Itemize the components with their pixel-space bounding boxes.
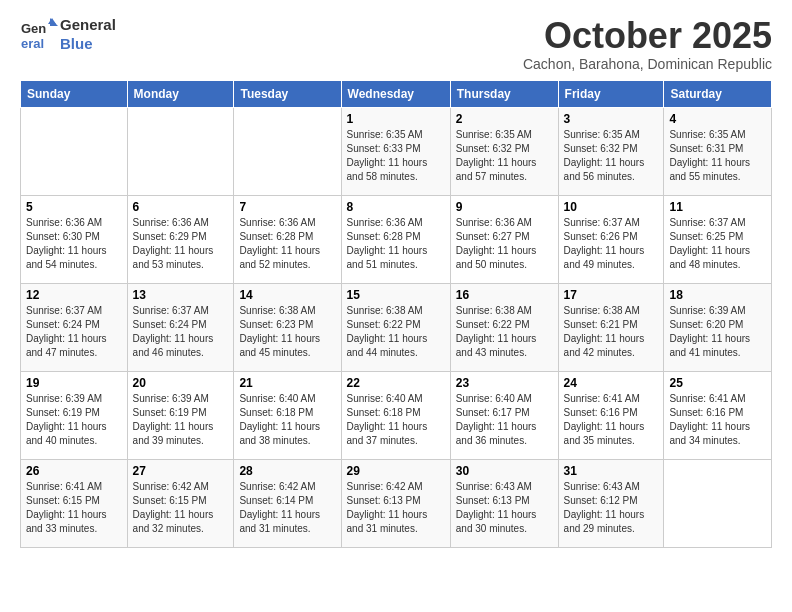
week-row-1: 1Sunrise: 6:35 AM Sunset: 6:33 PM Daylig… [21,107,772,195]
day-number: 5 [26,200,122,214]
calendar-cell: 19Sunrise: 6:39 AM Sunset: 6:19 PM Dayli… [21,371,128,459]
day-info: Sunrise: 6:35 AM Sunset: 6:31 PM Dayligh… [669,128,766,184]
day-number: 15 [347,288,445,302]
day-info: Sunrise: 6:36 AM Sunset: 6:28 PM Dayligh… [347,216,445,272]
day-number: 31 [564,464,659,478]
day-number: 7 [239,200,335,214]
calendar-cell: 27Sunrise: 6:42 AM Sunset: 6:15 PM Dayli… [127,459,234,547]
calendar-cell: 8Sunrise: 6:36 AM Sunset: 6:28 PM Daylig… [341,195,450,283]
day-number: 25 [669,376,766,390]
calendar-cell: 18Sunrise: 6:39 AM Sunset: 6:20 PM Dayli… [664,283,772,371]
day-info: Sunrise: 6:38 AM Sunset: 6:23 PM Dayligh… [239,304,335,360]
day-number: 6 [133,200,229,214]
day-number: 20 [133,376,229,390]
day-number: 13 [133,288,229,302]
day-number: 14 [239,288,335,302]
day-info: Sunrise: 6:36 AM Sunset: 6:28 PM Dayligh… [239,216,335,272]
header-day-saturday: Saturday [664,80,772,107]
header-day-tuesday: Tuesday [234,80,341,107]
calendar-cell: 21Sunrise: 6:40 AM Sunset: 6:18 PM Dayli… [234,371,341,459]
day-number: 2 [456,112,553,126]
calendar-table: SundayMondayTuesdayWednesdayThursdayFrid… [20,80,772,548]
calendar-cell: 6Sunrise: 6:36 AM Sunset: 6:29 PM Daylig… [127,195,234,283]
day-info: Sunrise: 6:37 AM Sunset: 6:25 PM Dayligh… [669,216,766,272]
calendar-cell: 16Sunrise: 6:38 AM Sunset: 6:22 PM Dayli… [450,283,558,371]
calendar-cell: 25Sunrise: 6:41 AM Sunset: 6:16 PM Dayli… [664,371,772,459]
calendar-cell: 9Sunrise: 6:36 AM Sunset: 6:27 PM Daylig… [450,195,558,283]
day-info: Sunrise: 6:38 AM Sunset: 6:22 PM Dayligh… [456,304,553,360]
calendar-cell [21,107,128,195]
day-info: Sunrise: 6:37 AM Sunset: 6:26 PM Dayligh… [564,216,659,272]
day-number: 23 [456,376,553,390]
logo-blue: Blue [60,35,116,54]
header-row: SundayMondayTuesdayWednesdayThursdayFrid… [21,80,772,107]
day-info: Sunrise: 6:36 AM Sunset: 6:30 PM Dayligh… [26,216,122,272]
day-info: Sunrise: 6:42 AM Sunset: 6:15 PM Dayligh… [133,480,229,536]
week-row-5: 26Sunrise: 6:41 AM Sunset: 6:15 PM Dayli… [21,459,772,547]
svg-marker-3 [48,18,56,24]
header-day-friday: Friday [558,80,664,107]
logo-general: General [60,16,116,35]
day-info: Sunrise: 6:35 AM Sunset: 6:32 PM Dayligh… [456,128,553,184]
page-header: Gen eral General Blue October 2025 Cacho… [20,16,772,72]
week-row-2: 5Sunrise: 6:36 AM Sunset: 6:30 PM Daylig… [21,195,772,283]
day-info: Sunrise: 6:40 AM Sunset: 6:18 PM Dayligh… [239,392,335,448]
day-info: Sunrise: 6:38 AM Sunset: 6:22 PM Dayligh… [347,304,445,360]
day-info: Sunrise: 6:43 AM Sunset: 6:12 PM Dayligh… [564,480,659,536]
day-info: Sunrise: 6:41 AM Sunset: 6:16 PM Dayligh… [669,392,766,448]
calendar-cell: 13Sunrise: 6:37 AM Sunset: 6:24 PM Dayli… [127,283,234,371]
day-info: Sunrise: 6:39 AM Sunset: 6:19 PM Dayligh… [133,392,229,448]
day-info: Sunrise: 6:39 AM Sunset: 6:20 PM Dayligh… [669,304,766,360]
day-number: 22 [347,376,445,390]
day-number: 19 [26,376,122,390]
day-number: 18 [669,288,766,302]
day-number: 21 [239,376,335,390]
calendar-body: 1Sunrise: 6:35 AM Sunset: 6:33 PM Daylig… [21,107,772,547]
logo: Gen eral General Blue [20,16,116,54]
day-number: 3 [564,112,659,126]
day-number: 4 [669,112,766,126]
logo-svg: Gen eral [20,16,58,54]
calendar-cell: 5Sunrise: 6:36 AM Sunset: 6:30 PM Daylig… [21,195,128,283]
day-number: 9 [456,200,553,214]
header-day-wednesday: Wednesday [341,80,450,107]
day-number: 8 [347,200,445,214]
day-info: Sunrise: 6:42 AM Sunset: 6:14 PM Dayligh… [239,480,335,536]
calendar-cell [234,107,341,195]
calendar-cell: 7Sunrise: 6:36 AM Sunset: 6:28 PM Daylig… [234,195,341,283]
day-number: 28 [239,464,335,478]
month-title: October 2025 [523,16,772,56]
calendar-cell: 10Sunrise: 6:37 AM Sunset: 6:26 PM Dayli… [558,195,664,283]
day-info: Sunrise: 6:43 AM Sunset: 6:13 PM Dayligh… [456,480,553,536]
calendar-cell: 29Sunrise: 6:42 AM Sunset: 6:13 PM Dayli… [341,459,450,547]
day-info: Sunrise: 6:40 AM Sunset: 6:18 PM Dayligh… [347,392,445,448]
day-number: 30 [456,464,553,478]
calendar-cell: 1Sunrise: 6:35 AM Sunset: 6:33 PM Daylig… [341,107,450,195]
calendar-cell: 11Sunrise: 6:37 AM Sunset: 6:25 PM Dayli… [664,195,772,283]
day-number: 11 [669,200,766,214]
day-info: Sunrise: 6:41 AM Sunset: 6:16 PM Dayligh… [564,392,659,448]
title-block: October 2025 Cachon, Barahona, Dominican… [523,16,772,72]
week-row-3: 12Sunrise: 6:37 AM Sunset: 6:24 PM Dayli… [21,283,772,371]
calendar-cell: 4Sunrise: 6:35 AM Sunset: 6:31 PM Daylig… [664,107,772,195]
day-info: Sunrise: 6:36 AM Sunset: 6:29 PM Dayligh… [133,216,229,272]
week-row-4: 19Sunrise: 6:39 AM Sunset: 6:19 PM Dayli… [21,371,772,459]
svg-text:Gen: Gen [21,21,46,36]
day-number: 24 [564,376,659,390]
calendar-cell: 26Sunrise: 6:41 AM Sunset: 6:15 PM Dayli… [21,459,128,547]
calendar-cell: 15Sunrise: 6:38 AM Sunset: 6:22 PM Dayli… [341,283,450,371]
calendar-cell [664,459,772,547]
day-info: Sunrise: 6:41 AM Sunset: 6:15 PM Dayligh… [26,480,122,536]
day-info: Sunrise: 6:37 AM Sunset: 6:24 PM Dayligh… [133,304,229,360]
day-number: 17 [564,288,659,302]
calendar-cell: 30Sunrise: 6:43 AM Sunset: 6:13 PM Dayli… [450,459,558,547]
header-day-monday: Monday [127,80,234,107]
location-subtitle: Cachon, Barahona, Dominican Republic [523,56,772,72]
calendar-cell: 20Sunrise: 6:39 AM Sunset: 6:19 PM Dayli… [127,371,234,459]
calendar-cell: 31Sunrise: 6:43 AM Sunset: 6:12 PM Dayli… [558,459,664,547]
calendar-cell [127,107,234,195]
day-number: 1 [347,112,445,126]
day-number: 29 [347,464,445,478]
svg-text:eral: eral [21,36,44,51]
calendar-cell: 3Sunrise: 6:35 AM Sunset: 6:32 PM Daylig… [558,107,664,195]
